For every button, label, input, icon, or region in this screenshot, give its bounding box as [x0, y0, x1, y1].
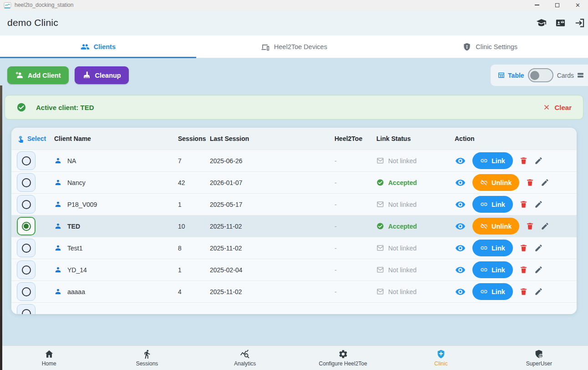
logout-icon[interactable]: [574, 18, 585, 28]
link-status: Not linked: [376, 157, 455, 165]
last-session-date: 2025-06-26: [210, 157, 335, 165]
client-radio[interactable]: [17, 173, 35, 192]
delete-button[interactable]: [519, 243, 528, 253]
cards-view-label[interactable]: Cards: [557, 71, 584, 79]
client-radio[interactable]: [17, 217, 35, 235]
window-titlebar: heel2to_docking_station ✕: [0, 0, 588, 10]
client-radio[interactable]: [17, 151, 35, 170]
link-toggle-button[interactable]: Unlink: [472, 174, 519, 191]
client-radio[interactable]: [17, 239, 35, 257]
tab-bar: Clients Heel2Toe Devices Clinic Settings: [0, 35, 588, 58]
link-toggle-button[interactable]: Unlink: [472, 218, 519, 235]
view-button[interactable]: [455, 200, 466, 210]
edit-button[interactable]: [534, 156, 543, 165]
link-toggle-button[interactable]: Link: [472, 152, 513, 169]
table-view-label[interactable]: Table: [497, 71, 524, 79]
desktop-edge-sliver: [0, 85, 2, 370]
edit-button[interactable]: [534, 265, 543, 274]
clear-active-client-button[interactable]: Clear: [543, 104, 572, 111]
gear-icon: [338, 349, 348, 359]
table-row-partial: [11, 302, 577, 314]
eye-icon: [455, 243, 466, 253]
tab-clinic-settings[interactable]: Clinic Settings: [392, 35, 588, 58]
link-toggle-button[interactable]: Link: [472, 240, 513, 256]
link-toggle-button[interactable]: Link: [472, 196, 513, 213]
edit-button[interactable]: [534, 244, 543, 252]
person-icon: [54, 200, 62, 208]
view-button[interactable]: [455, 178, 466, 188]
link-toggle-label: Link: [492, 266, 505, 274]
delete-button[interactable]: [519, 200, 528, 209]
contact-card-icon[interactable]: [555, 18, 566, 28]
delete-button[interactable]: [519, 265, 528, 275]
envelope-icon: [376, 157, 384, 165]
view-toggle-switch[interactable]: [528, 68, 553, 82]
link-toggle-button[interactable]: Link: [472, 283, 513, 300]
delete-button[interactable]: [519, 287, 528, 296]
view-toggle: Table Cards: [491, 65, 588, 86]
heel2toe-value: -: [335, 179, 376, 186]
edit-button[interactable]: [534, 287, 543, 296]
link-toggle-label: Link: [492, 288, 505, 295]
window-title: heel2to_docking_station: [15, 2, 73, 8]
link-status-text: Not linked: [388, 288, 416, 295]
heel2toe-value: -: [335, 157, 376, 165]
client-name-cell: YD_14: [49, 266, 178, 274]
client-radio[interactable]: [17, 260, 35, 279]
table-row: NA 7 2025-06-26 - Not linked Link: [11, 150, 577, 171]
graduation-cap-icon[interactable]: [536, 18, 547, 28]
tab-label: Clinic Settings: [476, 43, 517, 50]
client-name-cell: P18_V009: [49, 200, 178, 208]
trash-icon: [519, 156, 528, 165]
row-actions: Unlink: [455, 174, 577, 191]
tab-heel2toe-devices[interactable]: Heel2Toe Devices: [196, 35, 392, 58]
tab-clients[interactable]: Clients: [0, 35, 196, 58]
nav-configure-heel2toe[interactable]: Configure Heel2Toe: [294, 346, 392, 370]
close-button[interactable]: ✕: [568, 0, 588, 10]
view-button[interactable]: [455, 221, 466, 231]
main-content: Add Client Cleanup Table Cards Active cl…: [0, 58, 588, 345]
shield-icon: [462, 42, 471, 51]
view-button[interactable]: [455, 156, 466, 166]
client-name: P18_V009: [67, 201, 97, 208]
link-status: Not linked: [376, 266, 455, 274]
view-button[interactable]: [455, 265, 466, 275]
nav-analytics[interactable]: Analytics: [196, 346, 294, 370]
pencil-icon: [541, 222, 549, 230]
client-radio[interactable]: [17, 195, 35, 214]
heel2toe-value: -: [335, 223, 376, 230]
nav-home[interactable]: Home: [0, 346, 98, 370]
client-name-cell: Test1: [49, 244, 178, 252]
link-icon: [480, 200, 488, 208]
column-link-status: Link Status: [376, 135, 455, 142]
edit-button[interactable]: [541, 178, 549, 187]
cleanup-button[interactable]: Cleanup: [75, 66, 129, 84]
link-status: Accepted: [376, 222, 455, 230]
client-radio[interactable]: [17, 304, 35, 314]
check-circle-icon: [376, 179, 384, 186]
cleanup-label: Cleanup: [95, 72, 121, 79]
trash-icon: [519, 265, 528, 275]
client-radio[interactable]: [17, 282, 35, 301]
row-actions: Link: [455, 240, 577, 256]
person-icon: [54, 222, 62, 230]
last-session-date: 2025-02-04: [210, 266, 335, 274]
delete-button[interactable]: [526, 221, 534, 231]
link-status: Not linked: [376, 244, 455, 252]
nav-sessions[interactable]: Sessions: [98, 346, 196, 370]
view-button[interactable]: [455, 243, 466, 253]
delete-button[interactable]: [519, 156, 528, 165]
page-title: demo Clinic: [7, 17, 58, 28]
maximize-button[interactable]: [547, 0, 568, 10]
edit-button[interactable]: [541, 222, 549, 230]
envelope-icon: [376, 244, 384, 252]
add-client-button[interactable]: Add Client: [7, 66, 69, 84]
edit-button[interactable]: [534, 200, 543, 209]
nav-superuser[interactable]: SuperUser: [490, 346, 588, 370]
view-button[interactable]: [455, 287, 466, 297]
minimize-button[interactable]: [527, 0, 547, 10]
link-toggle-button[interactable]: Link: [472, 261, 513, 278]
delete-button[interactable]: [526, 178, 534, 187]
tab-label: Clients: [94, 43, 116, 50]
nav-clinic[interactable]: Clinic: [392, 346, 490, 370]
